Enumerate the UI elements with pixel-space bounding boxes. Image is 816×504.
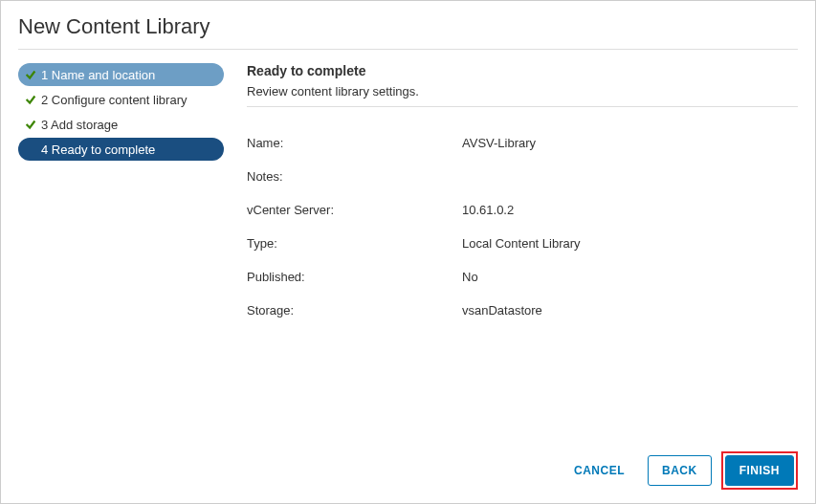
step-name-location[interactable]: 1 Name and location — [18, 63, 224, 86]
detail-value: AVSV-Library — [462, 136, 798, 150]
detail-label: vCenter Server: — [247, 203, 462, 217]
detail-label: Storage: — [247, 303, 462, 318]
wizard-steps: 1 Name and location 2 Configure content … — [18, 59, 224, 440]
detail-value: No — [462, 270, 798, 284]
check-icon — [24, 68, 37, 81]
step-label: 2 Configure content library — [41, 93, 187, 107]
step-configure-library[interactable]: 2 Configure content library — [18, 88, 224, 111]
detail-value: Local Content Library — [462, 236, 798, 251]
back-button[interactable]: BACK — [648, 455, 712, 486]
detail-row-name: Name: AVSV-Library — [247, 136, 798, 150]
detail-row-type: Type: Local Content Library — [247, 236, 798, 251]
main-panel: Ready to complete Review content library… — [224, 59, 798, 440]
step-label: 1 Name and location — [41, 68, 155, 82]
detail-row-notes: Notes: — [247, 169, 798, 184]
panel-title: Ready to complete — [247, 63, 798, 78]
detail-row-vcenter: vCenter Server: 10.61.0.2 — [247, 203, 798, 217]
cancel-button[interactable]: CANCEL — [561, 456, 638, 485]
detail-value: vsanDatastore — [462, 303, 798, 318]
detail-value — [462, 169, 798, 184]
detail-label: Notes: — [247, 169, 462, 184]
dialog-header: New Content Library — [1, 1, 815, 49]
detail-row-storage: Storage: vsanDatastore — [247, 303, 798, 318]
step-label: 3 Add storage — [41, 118, 118, 132]
check-icon — [24, 118, 37, 131]
panel-divider — [247, 106, 798, 107]
step-ready-complete[interactable]: 4 Ready to complete — [18, 138, 224, 161]
check-icon — [24, 93, 37, 106]
panel-subtitle: Review content library settings. — [247, 84, 798, 99]
detail-label: Published: — [247, 270, 462, 284]
dialog-title: New Content Library — [18, 14, 798, 39]
step-add-storage[interactable]: 3 Add storage — [18, 113, 224, 136]
content-area: 1 Name and location 2 Configure content … — [1, 50, 815, 440]
step-label: 4 Ready to complete — [41, 142, 155, 157]
dialog-footer: CANCEL BACK FINISH — [1, 440, 815, 503]
detail-label: Type: — [247, 236, 462, 251]
detail-label: Name: — [247, 136, 462, 150]
finish-button[interactable]: FINISH — [725, 455, 794, 486]
finish-button-highlight: FINISH — [721, 451, 798, 490]
detail-value: 10.61.0.2 — [462, 203, 798, 217]
detail-row-published: Published: No — [247, 270, 798, 284]
